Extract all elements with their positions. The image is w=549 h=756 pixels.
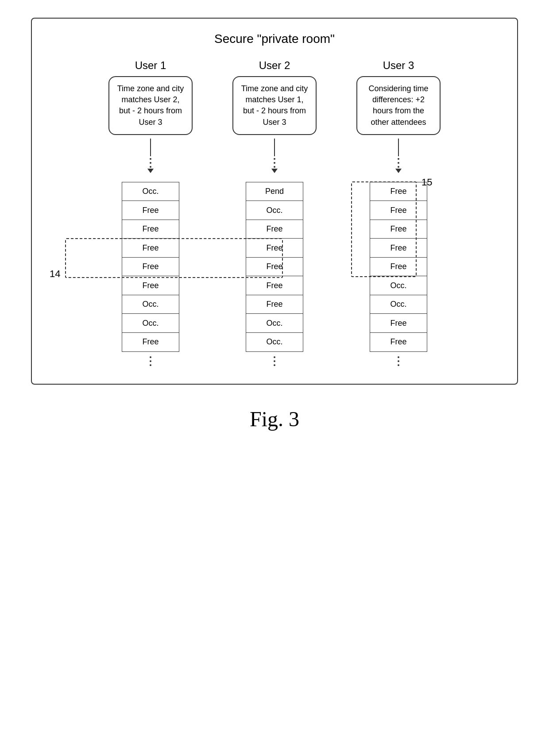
diagram-container: Secure "private room" User 1 Time zone a… xyxy=(31,18,518,385)
users-row: User 1 Time zone and city matches User 2… xyxy=(50,59,499,177)
cal3-cell2: Free xyxy=(370,201,427,220)
user2-box: Time zone and city matches User 1, but -… xyxy=(232,76,317,135)
cal3-cell6: Occ. xyxy=(370,276,427,295)
user2-arrowhead xyxy=(271,169,278,173)
user3-box: Considering time differences: +2 hours f… xyxy=(356,76,441,135)
dot xyxy=(398,166,399,168)
dot xyxy=(150,364,151,366)
dot xyxy=(274,166,275,168)
cal3-dots xyxy=(398,356,399,366)
dot xyxy=(150,166,151,168)
cal1-cell5: Free xyxy=(122,257,179,277)
user2-description: Time zone and city matches User 1, but -… xyxy=(240,83,309,128)
user3-description: Considering time differences: +2 hours f… xyxy=(364,83,433,128)
user3-arrow-line xyxy=(398,139,399,156)
dot xyxy=(274,360,275,362)
user1-arrow-line xyxy=(150,139,151,156)
user1-box: Time zone and city matches User 2, but -… xyxy=(108,76,193,135)
cal2-dots xyxy=(274,356,275,366)
cal2-cell8: Occ. xyxy=(246,313,303,333)
dot xyxy=(274,158,275,160)
dot xyxy=(398,356,399,358)
dot xyxy=(150,356,151,358)
cal2-cell7: Free xyxy=(246,295,303,314)
dot xyxy=(150,360,151,362)
cal1-cell1: Occ. xyxy=(122,182,179,201)
user2-arrow-line xyxy=(274,139,275,156)
calendar2-column: Pend Occ. Free Free Free Free Free Occ. … xyxy=(226,182,323,366)
user2-column: User 2 Time zone and city matches User 1… xyxy=(226,59,323,177)
cal3-cell8: Free xyxy=(370,313,427,333)
cal3-cell7: Occ. xyxy=(370,295,427,314)
cal2-cell5: Free xyxy=(246,257,303,277)
cal1-cell8: Occ. xyxy=(122,313,179,333)
dot xyxy=(274,162,275,164)
dot xyxy=(150,162,151,164)
cal1-cell2: Free xyxy=(122,201,179,220)
calendar3-column: Free Free Free Free Free Occ. Occ. Free … xyxy=(350,182,447,366)
user2-arrow-dots xyxy=(274,156,275,170)
dot xyxy=(274,356,275,358)
user1-arrowhead xyxy=(147,169,154,173)
user2-label: User 2 xyxy=(259,59,290,72)
dot xyxy=(398,360,399,362)
user1-arrow xyxy=(147,139,154,174)
user1-arrow-dots xyxy=(150,156,151,170)
dot xyxy=(398,364,399,366)
cal1-dots xyxy=(150,356,151,366)
dot xyxy=(150,158,151,160)
cal2-cell1: Pend xyxy=(246,182,303,201)
cal2-cell3: Free xyxy=(246,220,303,239)
cal2-cell9: Occ. xyxy=(246,332,303,352)
user3-arrow-dots xyxy=(398,156,399,170)
cal1-cell9: Free xyxy=(122,332,179,352)
cal3-cell1: Free xyxy=(370,182,427,201)
dot xyxy=(398,162,399,164)
fig-caption: Fig. 3 xyxy=(250,407,299,431)
cal1-cell7: Occ. xyxy=(122,295,179,314)
calendar1-stack: Occ. Free Free Free Free Free Occ. Occ. … xyxy=(122,182,179,352)
calendar3-stack: Free Free Free Free Free Occ. Occ. Free … xyxy=(370,182,427,352)
user1-description: Time zone and city matches User 2, but -… xyxy=(116,83,185,128)
cal1-cell4: Free xyxy=(122,238,179,258)
cal1-cell6: Free xyxy=(122,276,179,295)
user3-column: User 3 Considering time differences: +2 … xyxy=(350,59,447,177)
cal2-cell2: Occ. xyxy=(246,201,303,220)
cal2-cell6: Free xyxy=(246,276,303,295)
user1-label: User 1 xyxy=(135,59,166,72)
label-15: 15 xyxy=(421,177,432,188)
calendar2-stack: Pend Occ. Free Free Free Free Free Occ. … xyxy=(246,182,303,352)
cal2-cell4: Free xyxy=(246,238,303,258)
calendars-wrapper: Occ. Free Free Free Free Free Occ. Occ. … xyxy=(50,182,499,366)
cal3-cell5: Free xyxy=(370,257,427,277)
label-14: 14 xyxy=(50,268,60,280)
cal3-cell4: Free xyxy=(370,238,427,258)
diagram-title: Secure "private room" xyxy=(50,32,499,46)
cal3-cell3: Free xyxy=(370,220,427,239)
cal1-cell3: Free xyxy=(122,220,179,239)
user2-arrow xyxy=(271,139,278,174)
user1-column: User 1 Time zone and city matches User 2… xyxy=(102,59,199,177)
cal3-cell9: Free xyxy=(370,332,427,352)
calendars-section: Occ. Free Free Free Free Free Occ. Occ. … xyxy=(50,182,499,366)
dot xyxy=(274,364,275,366)
user3-arrow xyxy=(395,139,402,174)
calendar1-column: Occ. Free Free Free Free Free Occ. Occ. … xyxy=(102,182,199,366)
user3-arrowhead xyxy=(395,169,402,173)
dot xyxy=(398,158,399,160)
user3-label: User 3 xyxy=(383,59,414,72)
